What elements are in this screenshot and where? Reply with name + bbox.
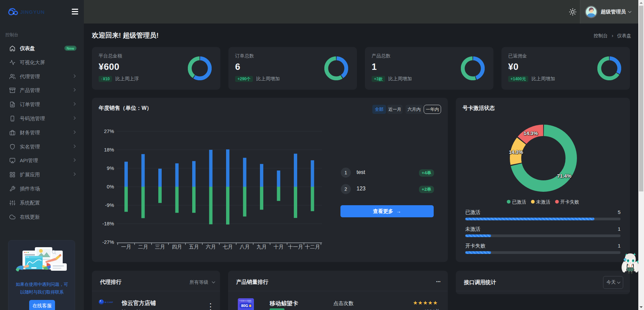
svg-text:0%: 0% [107, 184, 114, 189]
svg-text:W·CARP: W·CARP [105, 301, 113, 303]
svg-text:十二月: 十二月 [305, 244, 320, 250]
svg-text:八月: 八月 [240, 244, 250, 250]
svg-text:十月: 十月 [274, 244, 284, 250]
svg-text:27%: 27% [104, 128, 114, 134]
svg-text:四月: 四月 [172, 244, 182, 250]
svg-text:六月: 六月 [206, 244, 216, 250]
svg-text:-27%: -27% [102, 239, 114, 245]
svg-text:十一月: 十一月 [288, 244, 303, 250]
svg-text:18%: 18% [104, 147, 114, 152]
svg-text:二月: 二月 [138, 244, 148, 250]
svg-text:五月: 五月 [189, 244, 199, 250]
svg-text:-18%: -18% [102, 221, 114, 226]
svg-text:9%: 9% [107, 165, 114, 171]
svg-text:三月: 三月 [155, 244, 165, 250]
svg-text:七月: 七月 [223, 244, 233, 250]
svg-text:80G: 80G [241, 304, 248, 308]
svg-text:九月: 九月 [257, 244, 267, 250]
svg-text:-9%: -9% [105, 202, 114, 208]
svg-text:一月: 一月 [121, 244, 131, 250]
svg-text:中国移动 鲸望卡: 中国移动 鲸望卡 [239, 300, 251, 302]
